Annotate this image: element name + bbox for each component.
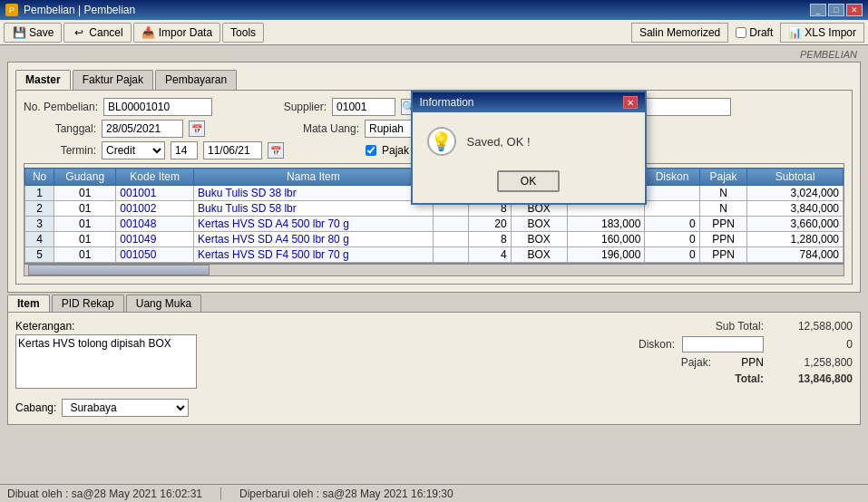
dialog-ok-button[interactable]: OK xyxy=(497,170,560,192)
xls-impor-button[interactable]: 📊 XLS Impor xyxy=(780,23,864,43)
toolbar: 💾 Save ↩ Cancel 📥 Impor Data Tools Salin… xyxy=(0,20,868,45)
close-button[interactable]: ✕ xyxy=(846,4,863,16)
main-content: PEMBELIAN Master Faktur Pajak Pembayaran… xyxy=(0,45,868,502)
dialog-title-bar: Information ✕ xyxy=(413,92,645,112)
maximize-button[interactable]: □ xyxy=(828,4,844,16)
tools-button[interactable]: Tools xyxy=(222,23,264,43)
dialog-info-icon: 💡 xyxy=(427,127,456,156)
draft-checkbox[interactable] xyxy=(736,27,746,38)
app-icon: P xyxy=(5,4,18,16)
window-controls: _ □ ✕ xyxy=(810,4,863,16)
dialog-title: Information xyxy=(420,96,474,109)
dialog-body: 💡 Saved, OK ! xyxy=(413,112,645,167)
draft-checkbox-group: Draft xyxy=(736,26,773,39)
salin-memorized-button[interactable]: Salin Memorized xyxy=(631,23,728,43)
toolbar-right: Salin Memorized Draft 📊 XLS Impor xyxy=(631,23,864,43)
cancel-button[interactable]: ↩ Cancel xyxy=(63,23,131,43)
import-icon: 📥 xyxy=(141,25,156,40)
information-dialog: Information ✕ 💡 Saved, OK ! OK xyxy=(411,91,647,205)
cancel-icon: ↩ xyxy=(72,25,86,40)
save-icon: 💾 xyxy=(12,25,26,40)
save-button[interactable]: 💾 Save xyxy=(4,23,62,43)
dialog-close-button[interactable]: ✕ xyxy=(623,96,638,109)
dialog-message: Saved, OK ! xyxy=(467,135,531,149)
xls-icon: 📊 xyxy=(788,26,802,39)
dialog-footer: OK xyxy=(413,167,645,203)
dialog-overlay: Information ✕ 💡 Saved, OK ! OK xyxy=(0,45,868,502)
title-bar: P Pembelian | Pembelian _ □ ✕ xyxy=(0,0,868,20)
import-data-button[interactable]: 📥 Impor Data xyxy=(133,23,220,43)
window-title: Pembelian | Pembelian xyxy=(24,4,135,16)
minimize-button[interactable]: _ xyxy=(810,4,826,16)
